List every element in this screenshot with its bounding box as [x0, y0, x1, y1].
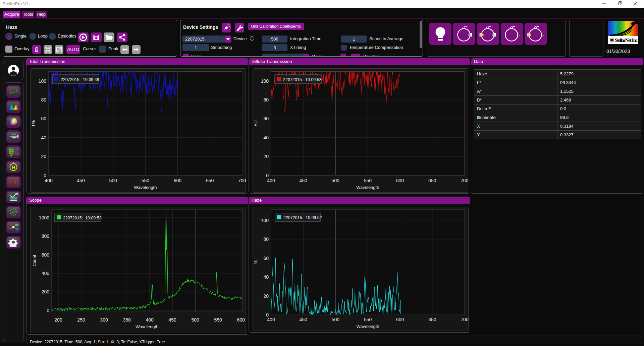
svg-text:20: 20	[41, 154, 46, 159]
svg-text:20: 20	[263, 154, 269, 159]
svg-text:250: 250	[77, 317, 85, 323]
svg-text:600: 600	[42, 252, 50, 258]
svg-text:550: 550	[364, 178, 372, 183]
svg-text:0: 0	[44, 173, 46, 178]
svg-text:500: 500	[332, 317, 340, 322]
svg-text:650: 650	[206, 178, 214, 183]
svg-text:200: 200	[42, 289, 50, 294]
svg-text:600: 600	[174, 178, 182, 183]
svg-text:40: 40	[263, 135, 269, 140]
svg-text:650: 650	[428, 178, 436, 183]
svg-text:550: 550	[142, 178, 150, 183]
svg-text:600: 600	[396, 178, 404, 183]
svg-text:450: 450	[168, 317, 176, 323]
svg-text:T%: T%	[31, 120, 36, 127]
svg-text:400: 400	[267, 178, 275, 183]
svg-text:450: 450	[77, 178, 85, 183]
svg-text:700: 700	[461, 178, 469, 183]
svg-text:400: 400	[146, 317, 154, 323]
svg-text:60: 60	[263, 116, 269, 121]
svg-text:Wavelength: Wavelength	[134, 185, 157, 190]
svg-text:100: 100	[261, 78, 269, 84]
svg-text:22072015: 10:09:49: 22072015: 10:09:49	[61, 77, 99, 82]
svg-text:80: 80	[263, 236, 269, 242]
svg-text:300: 300	[100, 317, 108, 323]
svg-text:550: 550	[214, 317, 222, 323]
svg-text:%: %	[253, 260, 258, 264]
svg-text:40: 40	[263, 274, 269, 280]
svg-text:22072015: 10:09:53: 22072015: 10:09:53	[283, 77, 322, 82]
svg-text:700: 700	[238, 178, 246, 183]
svg-text:550: 550	[364, 317, 372, 322]
svg-text:500: 500	[191, 317, 199, 323]
svg-text:20: 20	[263, 293, 269, 299]
svg-text:100: 100	[261, 218, 269, 223]
svg-text:60: 60	[41, 116, 46, 121]
svg-text:500: 500	[332, 178, 340, 183]
svg-text:1000: 1000	[39, 215, 49, 220]
svg-text:40: 40	[41, 135, 46, 140]
svg-text:22072015: 10:09:52: 22072015: 10:09:52	[283, 215, 322, 220]
svg-text:AU: AU	[253, 120, 258, 126]
svg-text:60: 60	[263, 256, 269, 261]
svg-text:500: 500	[109, 178, 117, 183]
svg-text:Wavelength: Wavelength	[356, 185, 379, 190]
svg-text:600: 600	[237, 317, 245, 323]
svg-text:400: 400	[42, 271, 50, 276]
svg-text:450: 450	[299, 317, 307, 322]
svg-text:Count: Count	[32, 255, 37, 266]
svg-text:0: 0	[47, 308, 49, 313]
svg-text:200: 200	[54, 317, 62, 323]
svg-text:700: 700	[461, 317, 469, 322]
svg-text:0: 0	[266, 173, 269, 178]
svg-text:100: 100	[39, 78, 47, 84]
svg-text:400: 400	[267, 317, 275, 322]
svg-text:Wavelength: Wavelength	[136, 324, 158, 329]
svg-text:80: 80	[41, 97, 46, 102]
svg-text:400: 400	[45, 178, 53, 183]
svg-text:22072015: 10:09:53: 22072015: 10:09:53	[63, 216, 102, 220]
svg-text:0: 0	[266, 312, 269, 318]
svg-text:80: 80	[263, 97, 269, 102]
svg-text:600: 600	[396, 317, 404, 322]
svg-text:350: 350	[123, 317, 131, 323]
svg-text:Wavelength: Wavelength	[356, 324, 379, 329]
svg-text:450: 450	[299, 178, 307, 183]
svg-text:650: 650	[428, 317, 436, 322]
svg-text:800: 800	[42, 233, 50, 239]
